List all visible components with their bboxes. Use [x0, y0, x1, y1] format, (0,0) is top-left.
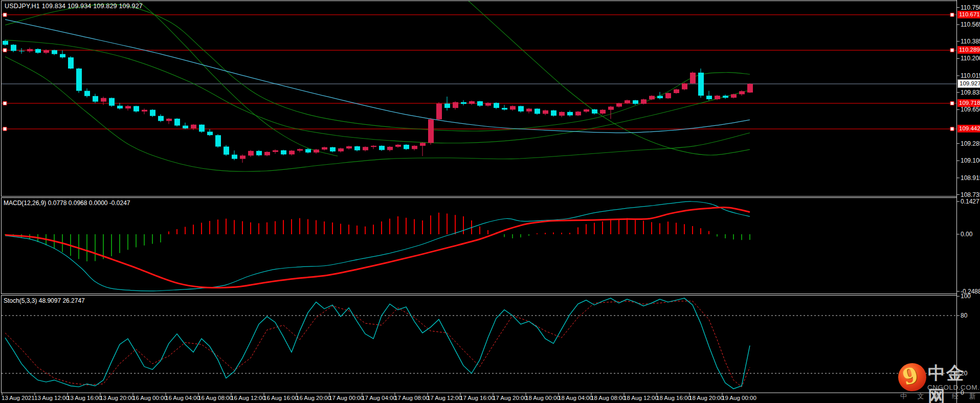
candle	[338, 148, 344, 152]
candle	[567, 110, 573, 117]
chart-title: USDJPY,H1 109.834 109.934 109.829 109.92…	[5, 3, 143, 10]
candle	[68, 56, 74, 69]
candle	[534, 108, 540, 115]
candle	[510, 105, 516, 110]
candle	[248, 150, 254, 157]
candle	[706, 91, 712, 101]
candle	[502, 105, 507, 110]
candle	[584, 109, 589, 113]
stoch-k-line	[5, 298, 750, 389]
candle	[494, 102, 499, 109]
candle	[420, 142, 426, 156]
line-anchor-marker[interactable]	[3, 102, 7, 105]
chart-canvas[interactable]	[0, 0, 980, 403]
candle	[363, 146, 368, 151]
line-anchor-marker[interactable]	[3, 13, 7, 16]
candle	[698, 69, 704, 98]
candle	[559, 111, 565, 118]
candle	[142, 108, 147, 114]
candle	[518, 106, 524, 113]
candle	[199, 124, 205, 133]
candle	[412, 145, 417, 151]
candle	[371, 145, 376, 149]
candle	[232, 150, 237, 160]
candle	[150, 109, 155, 117]
candle	[224, 145, 229, 156]
candle	[674, 88, 679, 94]
candle	[330, 147, 336, 152]
candle	[109, 98, 115, 107]
line-anchor-marker[interactable]	[950, 49, 954, 52]
candle	[600, 109, 606, 115]
candle	[35, 48, 41, 54]
bollinger-band-line	[460, 0, 750, 155]
bollinger-band-line	[5, 57, 750, 171]
candle	[183, 123, 188, 129]
candle	[297, 148, 303, 152]
candle	[27, 48, 33, 53]
candle	[60, 50, 65, 58]
candle	[76, 68, 82, 93]
candle	[641, 99, 647, 104]
candle	[322, 147, 327, 151]
slow-ma-line	[5, 19, 750, 133]
macd-pane[interactable]	[5, 201, 750, 291]
candle	[314, 149, 319, 154]
candle	[240, 154, 246, 163]
macd-signal-line	[5, 207, 750, 287]
candle	[461, 100, 466, 105]
candle	[166, 118, 172, 124]
candle	[739, 91, 745, 96]
candle	[526, 108, 532, 114]
candle	[387, 146, 393, 152]
candle	[453, 101, 458, 109]
line-anchor-marker[interactable]	[950, 127, 954, 131]
candle	[543, 109, 548, 115]
candle	[657, 92, 663, 100]
chart-window: 110.750110.565110.385110.200110.015109.8…	[0, 0, 980, 403]
candle	[11, 44, 16, 52]
candle	[256, 150, 262, 156]
bollinger-band-line	[123, 0, 338, 156]
pane-frames	[2, 0, 980, 403]
candle	[731, 94, 737, 98]
candle	[575, 111, 581, 116]
candle	[592, 109, 597, 115]
bollinger-band-line	[5, 40, 750, 143]
stochastic-pane[interactable]	[2, 298, 956, 389]
candle	[682, 83, 687, 91]
candle	[395, 144, 401, 148]
candle	[444, 97, 450, 110]
candle	[379, 145, 385, 151]
candle	[436, 102, 442, 121]
candle	[207, 129, 213, 137]
candle	[125, 105, 131, 110]
main-price-pane[interactable]	[2, 0, 956, 171]
candle	[281, 150, 286, 155]
candle	[404, 144, 409, 150]
line-anchor-marker[interactable]	[950, 102, 954, 105]
candle	[158, 114, 164, 122]
candle	[84, 88, 90, 98]
stoch-indicator-label: Stoch(5,3,3) 48.9097 26.2747	[4, 297, 85, 304]
candle	[608, 106, 614, 119]
candle	[289, 150, 295, 155]
candle	[117, 103, 123, 109]
candle	[19, 48, 25, 54]
line-anchor-marker[interactable]	[3, 127, 7, 131]
bollinger-band-line	[5, 4, 750, 131]
candle	[174, 118, 180, 126]
candle	[264, 151, 270, 156]
line-anchor-marker[interactable]	[3, 49, 7, 52]
line-anchor-marker[interactable]	[950, 13, 954, 16]
candles-layer	[3, 40, 753, 163]
candle	[101, 97, 106, 105]
candle	[93, 94, 98, 103]
stoch-d-line	[5, 301, 750, 387]
candle	[215, 134, 221, 147]
candle	[649, 95, 655, 100]
candle	[346, 146, 352, 150]
candle	[616, 103, 622, 108]
candle	[690, 72, 696, 84]
candle	[3, 40, 8, 46]
